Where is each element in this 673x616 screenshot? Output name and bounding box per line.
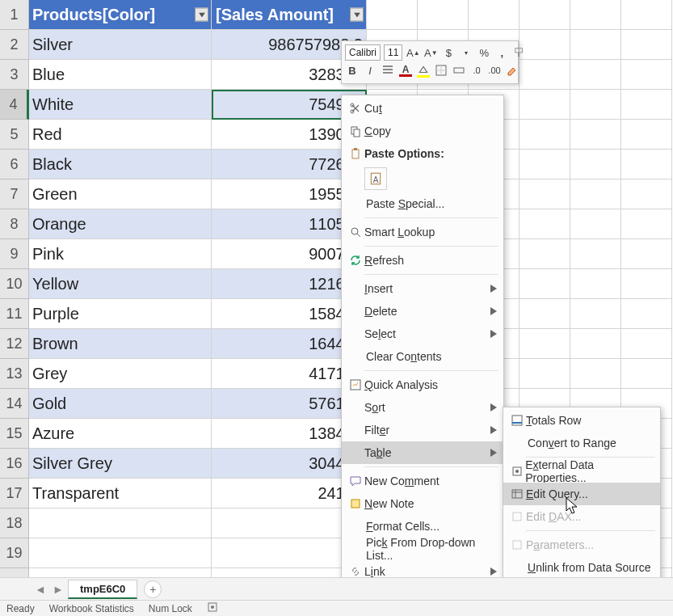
empty-cell[interactable] — [519, 299, 570, 329]
empty-cell[interactable] — [367, 0, 418, 30]
table-cell[interactable]: Yellow — [29, 269, 212, 299]
empty-cell[interactable] — [621, 30, 672, 60]
format-cells-icon[interactable] — [505, 62, 519, 78]
empty-cell[interactable] — [621, 0, 672, 30]
accounting-format-icon[interactable]: $ — [441, 44, 456, 61]
empty-cell[interactable] — [621, 150, 672, 179]
table-cell[interactable]: Grey — [29, 359, 212, 389]
empty-cell[interactable] — [570, 299, 621, 329]
filter-dropdown-icon[interactable] — [350, 8, 364, 22]
row-header[interactable]: 9 — [0, 239, 29, 269]
empty-cell[interactable] — [570, 179, 621, 209]
row-header[interactable]: 8 — [0, 209, 29, 239]
font-size-select[interactable]: 11 — [384, 44, 402, 61]
empty-cell[interactable] — [519, 90, 570, 120]
empty-cell[interactable] — [621, 209, 672, 239]
copy-menuitem[interactable]: Copy — [342, 120, 503, 142]
decrease-decimal-icon[interactable]: .0 — [469, 62, 484, 78]
format-cells-menuitem[interactable]: Format Cells... — [342, 515, 503, 538]
table-cell[interactable]: Orange — [29, 209, 212, 239]
delete-menuitem[interactable]: Delete — [342, 300, 503, 323]
empty-cell[interactable] — [621, 90, 672, 120]
empty-cell[interactable] — [418, 0, 469, 30]
table-cell[interactable]: Transparent — [29, 479, 212, 508]
increase-decimal-icon[interactable]: .00 — [487, 62, 502, 78]
font-color-icon[interactable]: A — [398, 62, 413, 78]
empty-cell[interactable] — [519, 0, 570, 30]
column-header[interactable]: [Sales Amount] — [212, 0, 367, 30]
row-header[interactable]: 2 — [0, 30, 29, 60]
prev-sheet-icon[interactable]: ◄ — [32, 580, 48, 598]
row-header[interactable]: 12 — [0, 329, 29, 359]
align-icon[interactable] — [381, 62, 395, 78]
empty-cell[interactable] — [621, 60, 672, 90]
empty-cell[interactable] — [519, 150, 570, 179]
row-header[interactable]: 4 — [0, 90, 29, 120]
table-cell[interactable]: Red — [29, 120, 212, 150]
cut-menuitem[interactable]: Cut — [342, 97, 503, 120]
empty-cell[interactable] — [519, 239, 570, 269]
row-header[interactable]: 13 — [0, 359, 29, 389]
paste-option-values[interactable]: A — [342, 165, 503, 192]
external-data-menuitem[interactable]: External Data Properties... — [503, 460, 660, 483]
empty-cell[interactable] — [570, 90, 621, 120]
table-cell[interactable]: Blue — [29, 60, 212, 90]
empty-cell[interactable] — [570, 150, 621, 179]
row-header[interactable]: 11 — [0, 299, 29, 329]
empty-cell[interactable] — [621, 329, 672, 359]
clear-contents-menuitem[interactable]: Clear Contents — [342, 345, 503, 368]
empty-cell[interactable] — [519, 269, 570, 299]
percent-format-icon[interactable]: ▾ — [459, 44, 473, 61]
table-cell[interactable]: Black — [29, 150, 212, 179]
empty-cell[interactable] — [621, 120, 672, 150]
edit-query-menuitem[interactable]: Edit Query... — [503, 483, 660, 505]
table-cell[interactable]: Purple — [29, 299, 212, 329]
new-note-menuitem[interactable]: New Note — [342, 492, 503, 515]
table-cell[interactable]: Silver — [29, 30, 212, 60]
merge-icon[interactable] — [452, 62, 466, 78]
empty-cell[interactable] — [621, 239, 672, 269]
increase-font-icon[interactable]: A▲ — [406, 44, 420, 61]
row-header[interactable]: 15 — [0, 419, 29, 449]
empty-cell[interactable] — [519, 30, 570, 60]
bold-icon[interactable]: B — [345, 62, 360, 78]
empty-cell[interactable] — [570, 239, 621, 269]
empty-cell[interactable] — [29, 538, 212, 568]
row-header[interactable]: 16 — [0, 449, 29, 479]
empty-cell[interactable] — [570, 0, 621, 30]
pick-from-list-menuitem[interactable]: Pick From Drop-down List... — [342, 538, 503, 560]
empty-cell[interactable] — [621, 269, 672, 299]
insert-menuitem[interactable]: Insert — [342, 277, 503, 300]
column-header[interactable]: Products[Color] — [29, 0, 212, 30]
convert-range-menuitem[interactable]: Convert to Range — [503, 432, 660, 454]
row-header[interactable]: 14 — [0, 389, 29, 419]
new-comment-menuitem[interactable]: New Comment — [342, 470, 503, 492]
row-header[interactable]: 10 — [0, 269, 29, 299]
empty-cell[interactable] — [519, 179, 570, 209]
filter-dropdown-icon[interactable] — [195, 8, 208, 22]
sheet-tab[interactable]: tmpE6C0 — [68, 580, 137, 599]
row-header[interactable]: 5 — [0, 120, 29, 150]
paste-special-menuitem[interactable]: Paste Special... — [342, 192, 503, 215]
empty-cell[interactable] — [570, 209, 621, 239]
macro-record-icon[interactable] — [207, 601, 218, 615]
empty-cell[interactable] — [570, 120, 621, 150]
status-workbook-stats[interactable]: Workbook Statistics — [49, 603, 134, 614]
filter-menuitem[interactable]: Filter — [342, 419, 503, 441]
row-header[interactable]: 6 — [0, 150, 29, 179]
unlink-menuitem[interactable]: Unlink from Data Source — [503, 556, 660, 579]
empty-cell[interactable] — [570, 30, 621, 60]
fill-color-icon[interactable] — [416, 62, 431, 78]
row-header[interactable]: 17 — [0, 479, 29, 508]
smart-lookup-menuitem[interactable]: Smart Lookup — [342, 221, 503, 243]
empty-cell[interactable] — [519, 120, 570, 150]
row-header[interactable]: 1 — [0, 0, 29, 30]
empty-cell[interactable] — [570, 359, 621, 389]
empty-cell[interactable] — [570, 269, 621, 299]
empty-cell[interactable] — [621, 359, 672, 389]
table-cell[interactable]: Azure — [29, 419, 212, 449]
next-sheet-icon[interactable]: ► — [50, 580, 66, 598]
row-header[interactable]: 19 — [0, 538, 29, 568]
borders-icon[interactable] — [434, 62, 448, 78]
empty-cell[interactable] — [29, 508, 212, 538]
